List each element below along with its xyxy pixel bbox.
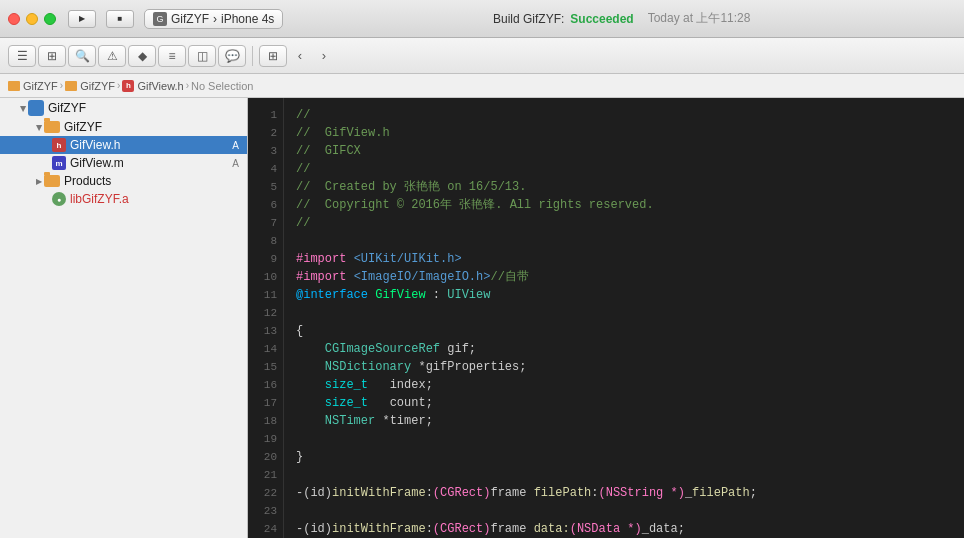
line-number: 16 [248, 376, 283, 394]
code-line: @interface GifView : UIView [296, 286, 952, 304]
group-folder-icon [65, 81, 77, 91]
line-numbers: 1234567891011121314151617181920212223242… [248, 98, 284, 538]
stop-button[interactable] [106, 10, 134, 28]
main-area: ▶ GifZYF ▶ GifZYF h GifView.h A m GifVie… [0, 98, 964, 538]
file1-badge: A [232, 140, 239, 151]
line-number: 19 [248, 430, 283, 448]
code-editor[interactable]: 1234567891011121314151617181920212223242… [248, 98, 964, 538]
sidebar-item-group[interactable]: ▶ GifZYF [0, 118, 247, 136]
maximize-button[interactable] [44, 13, 56, 25]
list-toggle[interactable]: ≡ [158, 45, 186, 67]
line-number: 11 [248, 286, 283, 304]
line-number: 10 [248, 268, 283, 286]
triangle-root: ▶ [19, 105, 28, 111]
title-center: Build GifZYF: Succeeded Today at 上午11:28 [287, 10, 956, 27]
scheme-name: GifZYF [171, 12, 209, 26]
file-h-icon: h [122, 80, 134, 92]
code-line [296, 232, 952, 250]
bc-file-label: GifView.h [137, 80, 183, 92]
line-number: 22 [248, 484, 283, 502]
code-line: // GIFCX [296, 142, 952, 160]
build-label: Build GifZYF: [493, 12, 564, 26]
toolbar-separator [252, 46, 253, 66]
code-line: // GifView.h [296, 124, 952, 142]
line-number: 5 [248, 178, 283, 196]
code-content[interactable]: //// GifView.h// GIFCX//// Created by 张艳… [284, 98, 964, 538]
code-line: NSTimer *timer; [296, 412, 952, 430]
sidebar-item-lib[interactable]: ● libGifZYF.a [0, 190, 247, 208]
nav-forward[interactable]: › [313, 45, 335, 67]
warning-toggle[interactable]: ⚠ [98, 45, 126, 67]
triangle-group: ▶ [35, 124, 44, 130]
line-number: 20 [248, 448, 283, 466]
toolbar: ☰ ⊞ 🔍 ⚠ ◆ ≡ ◫ 💬 ⊞ ‹ › [0, 38, 964, 74]
line-number: 17 [248, 394, 283, 412]
h-file-icon: h [52, 138, 66, 152]
bc-sep-1: › [60, 80, 63, 91]
close-button[interactable] [8, 13, 20, 25]
code-line: // Copyright © 2016年 张艳锋. All rights res… [296, 196, 952, 214]
line-number: 13 [248, 322, 283, 340]
sidebar: ▶ GifZYF ▶ GifZYF h GifView.h A m GifVie… [0, 98, 248, 538]
code-line: // [296, 214, 952, 232]
code-line: // [296, 106, 952, 124]
line-number: 23 [248, 502, 283, 520]
traffic-lights [8, 13, 56, 25]
scheme-selector[interactable]: G GifZYF › iPhone 4s [144, 9, 283, 29]
bc-group-label: GifZYF [80, 80, 115, 92]
grid-view-btn[interactable]: ⊞ [259, 45, 287, 67]
code-line: // Created by 张艳艳 on 16/5/13. [296, 178, 952, 196]
nav-back[interactable]: ‹ [289, 45, 311, 67]
code-line: NSDictionary *gifProperties; [296, 358, 952, 376]
group-label: GifZYF [64, 120, 102, 134]
search-toggle[interactable]: 🔍 [68, 45, 96, 67]
line-number: 1 [248, 106, 283, 124]
code-line: size_t index; [296, 376, 952, 394]
group-folder-icon [44, 121, 60, 133]
bc-project[interactable]: GifZYF [8, 80, 58, 92]
bc-file[interactable]: h GifView.h [122, 80, 183, 92]
sidebar-item-gifview-m[interactable]: m GifView.m A [0, 154, 247, 172]
code-line [296, 466, 952, 484]
build-status-text: Succeeded [570, 12, 633, 26]
file2-label: GifView.m [70, 156, 124, 170]
breakpoint-toggle[interactable]: ◆ [128, 45, 156, 67]
line-number: 9 [248, 250, 283, 268]
bc-sep-3: › [186, 80, 189, 91]
diff-toggle[interactable]: ◫ [188, 45, 216, 67]
file1-label: GifView.h [70, 138, 120, 152]
project-folder-icon [8, 81, 20, 91]
line-number: 12 [248, 304, 283, 322]
line-number: 2 [248, 124, 283, 142]
bc-project-label: GifZYF [23, 80, 58, 92]
line-number: 14 [248, 340, 283, 358]
bc-group[interactable]: GifZYF [65, 80, 115, 92]
code-line: // [296, 160, 952, 178]
line-number: 15 [248, 358, 283, 376]
scheme-arrow: › [213, 12, 217, 26]
navigator-toggle[interactable]: ☰ [8, 45, 36, 67]
products-label: Products [64, 174, 111, 188]
code-line: CGImageSourceRef gif; [296, 340, 952, 358]
file2-badge: A [232, 158, 239, 169]
products-folder-icon [44, 175, 60, 187]
run-button[interactable] [68, 10, 96, 28]
line-number: 6 [248, 196, 283, 214]
bc-no-selection: No Selection [191, 80, 253, 92]
lib-label: libGifZYF.a [70, 192, 129, 206]
code-line: -(id)initWithFrame:(CGRect)frame data:(N… [296, 520, 952, 538]
code-line: } [296, 448, 952, 466]
minimize-button[interactable] [26, 13, 38, 25]
line-number: 3 [248, 142, 283, 160]
sidebar-item-root[interactable]: ▶ GifZYF [0, 98, 247, 118]
sidebar-item-products[interactable]: ▶ Products [0, 172, 247, 190]
bookmark-toggle[interactable]: ⊞ [38, 45, 66, 67]
scheme-icon: G [153, 12, 167, 26]
code-line [296, 430, 952, 448]
m-file-icon: m [52, 156, 66, 170]
sidebar-item-gifview-h[interactable]: h GifView.h A [0, 136, 247, 154]
comment-toggle[interactable]: 💬 [218, 45, 246, 67]
build-time: Today at 上午11:28 [648, 10, 751, 27]
code-line: -(id)initWithFrame:(CGRect)frame filePat… [296, 484, 952, 502]
code-line: size_t count; [296, 394, 952, 412]
